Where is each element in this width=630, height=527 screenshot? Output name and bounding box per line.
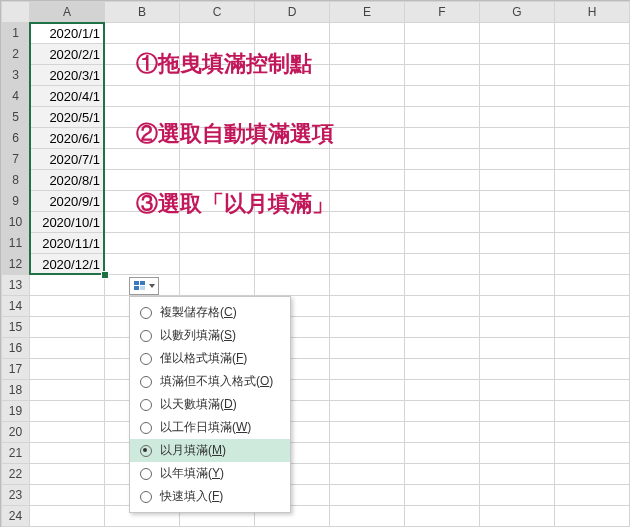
col-header-G[interactable]: G [480, 2, 555, 23]
cell[interactable] [555, 506, 630, 527]
cell[interactable] [405, 275, 480, 296]
cell[interactable] [555, 191, 630, 212]
cell[interactable]: 2020/11/1 [30, 233, 105, 254]
row-header[interactable]: 20 [2, 422, 30, 443]
row-header[interactable]: 12 [2, 254, 30, 275]
cell[interactable] [405, 128, 480, 149]
fill-handle[interactable] [101, 271, 109, 279]
cell[interactable] [405, 380, 480, 401]
cell[interactable] [330, 254, 405, 275]
row-header[interactable]: 19 [2, 401, 30, 422]
grid[interactable]: A B C D E F G H 12020/1/1 22020/2/1 3202… [1, 1, 630, 527]
cell[interactable]: 2020/9/1 [30, 191, 105, 212]
col-header-C[interactable]: C [180, 2, 255, 23]
cell[interactable] [480, 443, 555, 464]
cell[interactable] [480, 317, 555, 338]
cell[interactable] [255, 170, 330, 191]
cell[interactable] [405, 233, 480, 254]
cell[interactable] [105, 233, 180, 254]
cell[interactable] [555, 23, 630, 44]
cell[interactable] [480, 401, 555, 422]
cell[interactable] [555, 359, 630, 380]
cell[interactable] [330, 233, 405, 254]
cell[interactable] [405, 317, 480, 338]
cell[interactable] [405, 44, 480, 65]
cell[interactable] [405, 254, 480, 275]
row-header[interactable]: 18 [2, 380, 30, 401]
cell[interactable]: 2020/4/1 [30, 86, 105, 107]
cell[interactable] [480, 485, 555, 506]
cell[interactable] [480, 338, 555, 359]
cell[interactable] [255, 149, 330, 170]
cell[interactable] [405, 506, 480, 527]
cell[interactable] [30, 401, 105, 422]
cell[interactable] [405, 191, 480, 212]
autofill-menu-item[interactable]: 以工作日填滿(W) [130, 416, 290, 439]
cell[interactable] [555, 443, 630, 464]
cell[interactable] [180, 254, 255, 275]
cell[interactable] [480, 191, 555, 212]
cell[interactable] [180, 149, 255, 170]
autofill-menu-item[interactable]: 複製儲存格(C) [130, 301, 290, 324]
cell[interactable] [555, 338, 630, 359]
cell[interactable] [180, 170, 255, 191]
cell[interactable] [555, 380, 630, 401]
cell[interactable] [555, 107, 630, 128]
col-header-B[interactable]: B [105, 2, 180, 23]
cell[interactable] [405, 149, 480, 170]
select-all-corner[interactable] [2, 2, 30, 23]
cell[interactable] [180, 23, 255, 44]
cell[interactable] [30, 275, 105, 296]
cell[interactable]: 2020/12/1 [30, 254, 105, 275]
row-header[interactable]: 2 [2, 44, 30, 65]
col-header-F[interactable]: F [405, 2, 480, 23]
cell[interactable] [555, 44, 630, 65]
cell[interactable] [555, 149, 630, 170]
cell[interactable] [330, 44, 405, 65]
cell[interactable] [330, 401, 405, 422]
cell[interactable] [330, 296, 405, 317]
cell[interactable] [480, 254, 555, 275]
cell[interactable] [330, 65, 405, 86]
row-header[interactable]: 5 [2, 107, 30, 128]
cell[interactable] [480, 422, 555, 443]
cell[interactable] [555, 212, 630, 233]
cell[interactable] [30, 296, 105, 317]
row-header[interactable]: 10 [2, 212, 30, 233]
cell[interactable] [555, 317, 630, 338]
autofill-menu-item[interactable]: 填滿但不填入格式(O) [130, 370, 290, 393]
cell[interactable] [555, 65, 630, 86]
cell[interactable]: 2020/1/1 [30, 23, 105, 44]
cell[interactable] [405, 65, 480, 86]
cell[interactable] [480, 464, 555, 485]
cell[interactable] [330, 275, 405, 296]
cell[interactable] [480, 359, 555, 380]
cell[interactable] [405, 107, 480, 128]
row-header[interactable]: 22 [2, 464, 30, 485]
autofill-menu-item[interactable]: 以月填滿(M) [130, 439, 290, 462]
cell[interactable] [330, 170, 405, 191]
cell[interactable] [30, 317, 105, 338]
cell[interactable] [480, 86, 555, 107]
cell[interactable] [405, 422, 480, 443]
cell[interactable] [180, 86, 255, 107]
cell[interactable] [405, 86, 480, 107]
cell[interactable] [405, 212, 480, 233]
col-header-H[interactable]: H [555, 2, 630, 23]
cell[interactable] [330, 443, 405, 464]
cell[interactable] [105, 23, 180, 44]
autofill-menu-item[interactable]: 以年填滿(Y) [130, 462, 290, 485]
cell[interactable] [480, 170, 555, 191]
cell[interactable] [330, 380, 405, 401]
cell[interactable] [405, 464, 480, 485]
cell[interactable] [480, 233, 555, 254]
cell[interactable] [30, 422, 105, 443]
cell[interactable] [480, 65, 555, 86]
cell[interactable] [180, 233, 255, 254]
cell[interactable] [105, 86, 180, 107]
autofill-menu-item[interactable]: 僅以格式填滿(F) [130, 347, 290, 370]
autofill-menu-item[interactable]: 以數列填滿(S) [130, 324, 290, 347]
cell[interactable] [255, 254, 330, 275]
col-header-A[interactable]: A [30, 2, 105, 23]
cell[interactable] [30, 338, 105, 359]
